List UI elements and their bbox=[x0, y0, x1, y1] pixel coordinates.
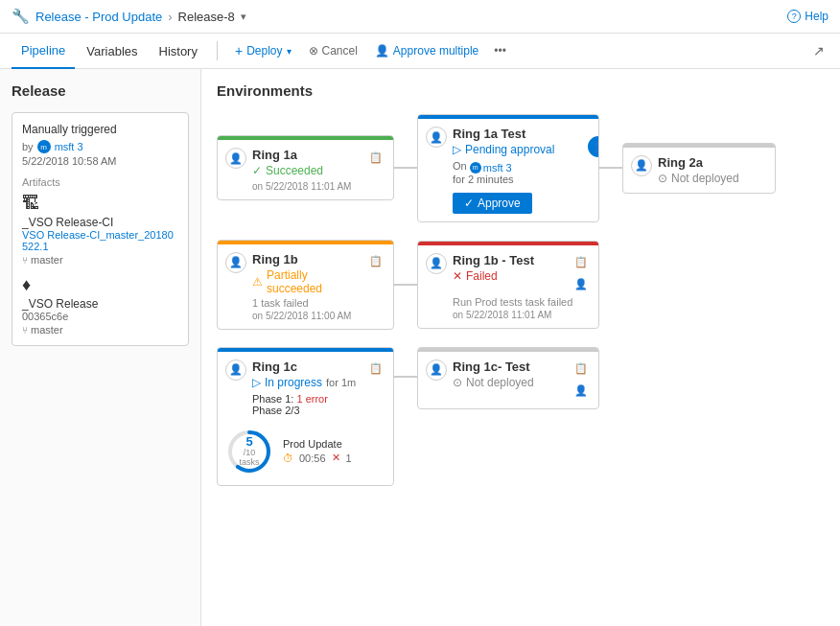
branch1-icon: ⑂ bbox=[22, 255, 28, 266]
deploy-button[interactable]: + Deploy ▾ bbox=[227, 39, 299, 62]
ring1b-test-person2-icon: 👤 bbox=[572, 275, 591, 294]
ring1c-test-deploy-icon: 📋 bbox=[572, 359, 591, 379]
user-avatar: m bbox=[37, 140, 51, 153]
ring1a-title: Ring 1a bbox=[252, 148, 361, 162]
tab-variables[interactable]: Variables bbox=[77, 34, 147, 69]
ring1b-card: 👤 Ring 1b ⚠ Partially succeeded 📋 1 task… bbox=[217, 240, 394, 330]
ring1c-status: In progress bbox=[265, 376, 322, 389]
header: 🔧 Release - Prod Update › Release-8 ▾ ? … bbox=[0, 0, 840, 34]
ring1b-test-status: Failed bbox=[466, 269, 498, 283]
ring1b-test-title: Ring 1b - Test bbox=[453, 253, 566, 267]
plus-icon: + bbox=[235, 43, 243, 58]
logo-icon: 🔧 bbox=[12, 8, 30, 25]
help-link[interactable]: ? Help bbox=[787, 10, 828, 23]
clock-icon: ⊙ bbox=[658, 172, 667, 185]
ring1c-card: 👤 Ring 1c ▷ In progress for 1m 📋 bbox=[217, 347, 394, 486]
env-title: Environments bbox=[217, 82, 825, 99]
artifacts-label: Artifacts bbox=[22, 176, 178, 188]
ring1a-test-card: 👤 Ring 1a Test ▷ Pending approval On m m… bbox=[417, 114, 599, 222]
ring1c-prod-update: Prod Update bbox=[283, 438, 385, 450]
ring1c-for: for 1m bbox=[326, 377, 356, 388]
ring1c-person-icon: 👤 bbox=[225, 359, 246, 381]
ring1c-test-person2-icon: 👤 bbox=[572, 382, 591, 401]
env-panel: Environments 👤 Ring 1a bbox=[201, 69, 840, 626]
ring1c-time: 00:56 bbox=[299, 452, 326, 464]
x2-icon: ✕ bbox=[332, 452, 340, 464]
breadcrumb-part2[interactable]: Release-8 bbox=[178, 10, 235, 24]
ring1a-deploy-icon: 📋 bbox=[366, 148, 385, 167]
ring1c-test-person-icon: 👤 bbox=[426, 359, 447, 381]
ring1b-status: Partially succeeded bbox=[267, 268, 361, 295]
ring1a-test-user: msft 3 bbox=[483, 162, 512, 174]
ring2a-status: Not deployed bbox=[671, 172, 739, 185]
check-icon: ✓ bbox=[252, 164, 262, 177]
ring1b-deploy-icon: 📋 bbox=[366, 252, 385, 271]
row-1: 👤 Ring 1a ✓ Succeeded 📋 on 5/22/2018 11:… bbox=[217, 114, 825, 222]
artifact2: ♦ _VSO Release 00365c6e ⑂ master bbox=[22, 275, 178, 336]
expand-button[interactable]: ↗ bbox=[809, 39, 828, 62]
artifact2-name: _VSO Release bbox=[22, 297, 178, 311]
clock3-icon: ⊙ bbox=[453, 376, 462, 389]
ring1a-test-time: for 2 minutes bbox=[453, 174, 591, 185]
artifact1: 🏗 _VSO Release-CI VSO Release-CI_master_… bbox=[22, 194, 178, 266]
ring1b-test-extra: Run Prod tests task failed bbox=[426, 296, 591, 308]
ring1a-test-status: Pending approval bbox=[465, 143, 554, 156]
person-icon: 👤 bbox=[375, 44, 389, 58]
help-icon: ? bbox=[787, 10, 801, 23]
ring1c-deploy-icon: 📋 bbox=[366, 359, 385, 379]
pipeline-layout: 👤 Ring 1a ✓ Succeeded 📋 on 5/22/2018 11:… bbox=[217, 114, 825, 486]
ring1c-phase1-error: 1 error bbox=[296, 393, 327, 405]
x-icon: ✕ bbox=[453, 269, 462, 283]
clock2-icon: ⏱ bbox=[283, 452, 293, 464]
toolbar: Pipeline Variables History + Deploy ▾ ⊗ … bbox=[0, 34, 840, 69]
ring1a-test-person-icon: 👤 bbox=[426, 127, 447, 148]
ring2a-title: Ring 2a bbox=[658, 155, 767, 170]
artifact1-name: _VSO Release-CI bbox=[22, 216, 178, 229]
breadcrumb-part1[interactable]: Release - Prod Update bbox=[35, 10, 162, 24]
artifact2-branch: master bbox=[31, 324, 63, 336]
trigger-date: 5/22/2018 10:58 AM bbox=[22, 155, 178, 167]
ring1a-person-icon: 👤 bbox=[225, 148, 246, 169]
artifact2-id: 00365c6e bbox=[22, 311, 178, 322]
breadcrumb-sep: › bbox=[168, 10, 172, 24]
approve-multiple-button[interactable]: 👤 Approve multiple bbox=[367, 40, 486, 61]
tab-history[interactable]: History bbox=[150, 34, 207, 69]
ring1a-card: 👤 Ring 1a ✓ Succeeded 📋 on 5/22/2018 11:… bbox=[217, 135, 394, 200]
ring1b-title: Ring 1b bbox=[252, 252, 361, 267]
ring2a-person-icon: 👤 bbox=[631, 155, 652, 176]
ring1b-test-date: on 5/22/2018 11:01 AM bbox=[426, 310, 591, 320]
ring1c-test-status: Not deployed bbox=[466, 376, 534, 389]
cancel-button[interactable]: ⊗ Cancel bbox=[301, 40, 365, 61]
ring1c-progress: 5 /10 tasks Prod Update ⏱ 00:56 ✕ bbox=[218, 424, 393, 485]
ring1b-test-person-icon: 👤 bbox=[426, 253, 447, 274]
sidebar: Release Manually triggered by m msft 3 5… bbox=[0, 69, 201, 626]
ring1b-person-icon: 👤 bbox=[225, 252, 246, 273]
ring1a-date: on 5/22/2018 11:01 AM bbox=[225, 181, 385, 192]
artifact1-branch: master bbox=[31, 254, 63, 266]
chevron-down-icon[interactable]: ▾ bbox=[241, 11, 246, 23]
trigger-label: Manually triggered bbox=[22, 123, 178, 136]
play2-icon: ▷ bbox=[252, 376, 261, 389]
ring1c-phase1-label: Phase 1: bbox=[252, 393, 293, 405]
ring1c-test-card: 👤 Ring 1c- Test ⊙ Not deployed 📋 👤 bbox=[417, 347, 599, 409]
ring1b-test-deploy-icon: 📋 bbox=[572, 253, 591, 272]
more-button[interactable]: ••• bbox=[488, 40, 512, 61]
ring1c-test-title: Ring 1c- Test bbox=[453, 359, 566, 374]
ring1b-date: on 5/22/2018 11:00 AM bbox=[225, 311, 385, 321]
row-2: 👤 Ring 1b ⚠ Partially succeeded 📋 1 task… bbox=[217, 240, 825, 330]
warning-icon: ⚠ bbox=[252, 275, 263, 289]
ring2a-card: 👤 Ring 2a ⊙ Not deployed bbox=[622, 143, 776, 194]
ring1a-status: Succeeded bbox=[266, 164, 323, 177]
check-approve-icon: ✓ bbox=[464, 197, 474, 210]
deploy-chevron-icon: ▾ bbox=[287, 46, 292, 57]
user-name[interactable]: msft 3 bbox=[55, 141, 83, 152]
ring1b-extra: 1 task failed bbox=[225, 297, 385, 309]
branch2-icon: ⑂ bbox=[22, 325, 28, 336]
ring1c-title: Ring 1c bbox=[252, 359, 361, 374]
approve-button[interactable]: ✓ Approve bbox=[453, 193, 532, 214]
by-text: by bbox=[22, 141, 34, 152]
ring1b-test-card: 👤 Ring 1b - Test ✕ Failed 📋 👤 bbox=[417, 241, 599, 329]
tab-pipeline[interactable]: Pipeline bbox=[12, 34, 75, 69]
release-card: Manually triggered by m msft 3 5/22/2018… bbox=[12, 112, 189, 346]
artifact1-link[interactable]: VSO Release-CI_master_20180522.1 bbox=[22, 229, 178, 252]
